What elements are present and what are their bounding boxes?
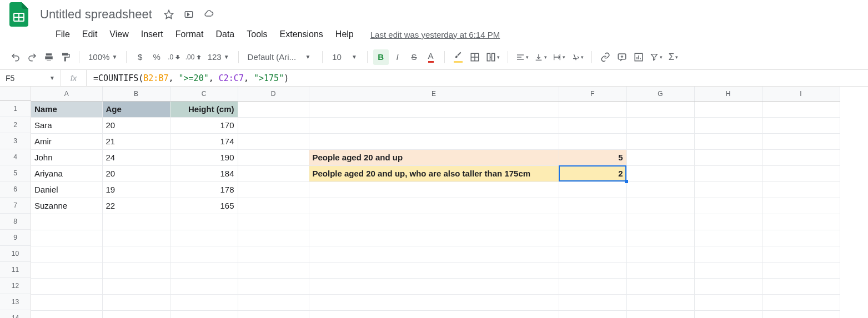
cell-D9[interactable] — [238, 230, 309, 246]
cell-G5[interactable] — [626, 165, 694, 181]
cell-A3[interactable]: Amir — [31, 133, 102, 149]
cell-G9[interactable] — [626, 230, 694, 246]
paint-format-button[interactable] — [58, 49, 73, 65]
cell-E2[interactable] — [309, 117, 559, 133]
cell-B6[interactable]: 19 — [102, 181, 170, 198]
cell-I8[interactable] — [762, 214, 840, 230]
cell-F6[interactable] — [559, 181, 626, 198]
column-header-C[interactable]: C — [170, 87, 238, 101]
cell-E5[interactable]: Peolple aged 20 and up, who are also tal… — [309, 165, 559, 181]
cell-B14[interactable] — [102, 310, 170, 318]
text-wrap-button[interactable] — [550, 49, 568, 65]
doc-title[interactable]: Untitled spreadsheet — [37, 6, 155, 23]
cell-B4[interactable]: 24 — [102, 149, 170, 165]
move-icon[interactable] — [183, 9, 194, 20]
cell-B13[interactable] — [102, 294, 170, 310]
bold-button[interactable]: B — [373, 49, 389, 65]
row-header-8[interactable]: 8 — [0, 214, 31, 230]
cell-H4[interactable] — [694, 149, 762, 165]
cell-G1[interactable] — [626, 101, 694, 117]
cell-E14[interactable] — [309, 310, 559, 318]
cell-G2[interactable] — [626, 117, 694, 133]
cell-A14[interactable] — [31, 310, 102, 318]
menu-extensions[interactable]: Extensions — [274, 26, 329, 43]
cell-G14[interactable] — [626, 310, 694, 318]
menu-view[interactable]: View — [104, 26, 134, 43]
cell-I6[interactable] — [762, 181, 840, 198]
row-header-10[interactable]: 10 — [0, 246, 31, 262]
vertical-align-button[interactable] — [532, 49, 549, 65]
cell-G8[interactable] — [626, 214, 694, 230]
cell-H1[interactable] — [694, 101, 762, 117]
cell-G6[interactable] — [626, 181, 694, 198]
cell-C14[interactable] — [170, 310, 238, 318]
menu-help[interactable]: Help — [330, 26, 359, 43]
menu-tools[interactable]: Tools — [241, 26, 273, 43]
cell-D4[interactable] — [238, 149, 309, 165]
row-header-3[interactable]: 3 — [0, 133, 31, 149]
cell-A10[interactable] — [31, 246, 102, 262]
cell-F1[interactable] — [559, 101, 626, 117]
cell-A6[interactable]: Daniel — [31, 181, 102, 198]
cell-H2[interactable] — [694, 117, 762, 133]
cell-C2[interactable]: 170 — [170, 117, 238, 133]
cell-H6[interactable] — [694, 181, 762, 198]
cell-D3[interactable] — [238, 133, 309, 149]
percent-button[interactable]: % — [149, 49, 164, 65]
cell-C9[interactable] — [170, 230, 238, 246]
insert-comment-button[interactable] — [614, 49, 630, 65]
cell-B11[interactable] — [102, 262, 170, 278]
cell-G13[interactable] — [626, 294, 694, 310]
horizontal-align-button[interactable] — [514, 49, 531, 65]
cell-I13[interactable] — [762, 294, 840, 310]
row-header-12[interactable]: 12 — [0, 278, 31, 294]
cell-F4[interactable]: 5 — [559, 149, 626, 165]
strikethrough-button[interactable]: S — [407, 49, 422, 65]
cell-E8[interactable] — [309, 214, 559, 230]
row-header-1[interactable]: 1 — [0, 101, 31, 117]
spreadsheet-grid[interactable]: ABCDEFGHI NameAgeHeight (cm)Sara20170Ami… — [31, 87, 840, 318]
cell-C11[interactable] — [170, 262, 238, 278]
column-header-G[interactable]: G — [626, 87, 694, 101]
cell-G4[interactable] — [626, 149, 694, 165]
cell-D7[interactable] — [238, 198, 309, 214]
cell-I2[interactable] — [762, 117, 840, 133]
cell-D5[interactable] — [238, 165, 309, 181]
font-size-dropdown[interactable]: 10▼ — [328, 52, 362, 62]
cell-E13[interactable] — [309, 294, 559, 310]
cell-A9[interactable] — [31, 230, 102, 246]
cell-F12[interactable] — [559, 278, 626, 294]
menu-insert[interactable]: Insert — [136, 26, 169, 43]
cell-F3[interactable] — [559, 133, 626, 149]
font-dropdown[interactable]: Default (Ari...▼ — [244, 52, 317, 62]
cell-G11[interactable] — [626, 262, 694, 278]
row-header-14[interactable]: 14 — [0, 310, 31, 318]
cell-A1[interactable]: Name — [31, 101, 102, 117]
merge-cells-button[interactable] — [484, 49, 502, 65]
cell-F10[interactable] — [559, 246, 626, 262]
cell-D8[interactable] — [238, 214, 309, 230]
cell-D6[interactable] — [238, 181, 309, 198]
cell-H7[interactable] — [694, 198, 762, 214]
cell-C10[interactable] — [170, 246, 238, 262]
cell-I1[interactable] — [762, 101, 840, 117]
cell-G12[interactable] — [626, 278, 694, 294]
cell-F2[interactable] — [559, 117, 626, 133]
cell-B12[interactable] — [102, 278, 170, 294]
cell-C7[interactable]: 165 — [170, 198, 238, 214]
currency-button[interactable]: $ — [132, 49, 148, 65]
cell-F7[interactable] — [559, 198, 626, 214]
cell-H10[interactable] — [694, 246, 762, 262]
row-header-5[interactable]: 5 — [0, 165, 31, 181]
fill-color-button[interactable] — [450, 49, 466, 65]
row-header-6[interactable]: 6 — [0, 181, 31, 198]
cell-D10[interactable] — [238, 246, 309, 262]
cell-E6[interactable] — [309, 181, 559, 198]
text-color-button[interactable]: A — [423, 49, 439, 65]
column-header-D[interactable]: D — [238, 87, 309, 101]
cell-H12[interactable] — [694, 278, 762, 294]
redo-button[interactable] — [24, 49, 40, 65]
italic-button[interactable]: I — [390, 49, 405, 65]
column-header-F[interactable]: F — [559, 87, 626, 101]
cell-F14[interactable] — [559, 310, 626, 318]
